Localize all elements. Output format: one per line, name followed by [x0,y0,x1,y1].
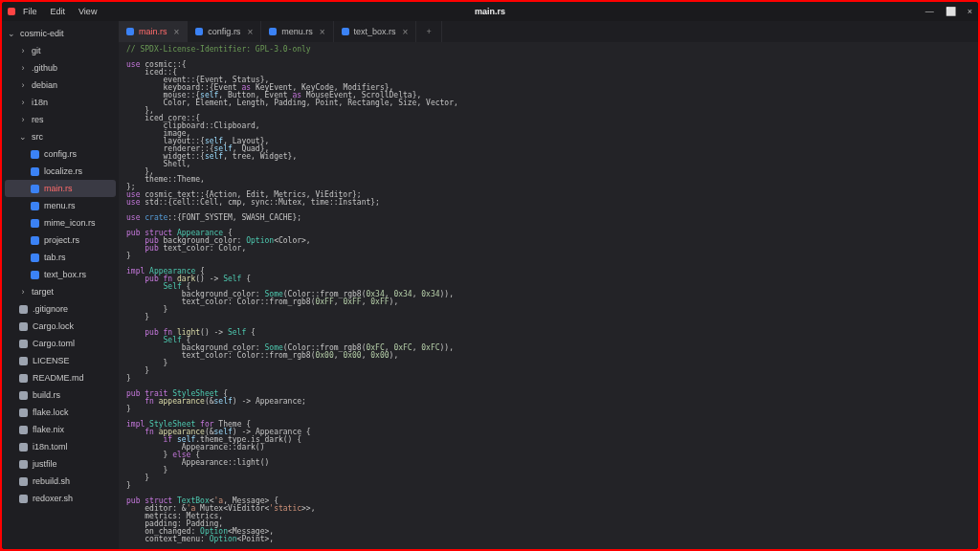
file-icon [19,357,28,365]
tree-item-label: .github [32,63,57,73]
tree-file[interactable]: rebuild.sh [2,473,119,490]
tree-file[interactable]: README.md [2,369,119,386]
tree-item-label: target [32,287,54,297]
file-icon [19,408,28,417]
tree-folder[interactable]: ›res [2,111,119,128]
file-icon [19,460,28,469]
tab-label: main.rs [139,27,167,36]
file-icon [31,202,39,210]
code-editor[interactable]: // SPDX-License-Identifier: GPL-3.0-only… [119,42,978,549]
editor-pane: main.rs×config.rs×menu.rs×text_box.rs×+ … [119,21,978,549]
tree-item-label: i18n.toml [33,442,68,452]
tree-root[interactable]: ⌄ cosmic-edit [2,25,119,42]
file-icon [126,28,134,35]
tree-item-label: LICENSE [33,356,70,365]
editor-tab[interactable]: main.rs× [119,21,188,42]
tree-item-label: text_box.rs [44,270,86,279]
tree-file[interactable]: Cargo.toml [2,335,119,352]
tree-item-label: res [32,115,44,124]
tree-file[interactable]: flake.lock [2,404,119,421]
tree-folder[interactable]: ›.github [2,59,119,77]
chevron-right-icon: › [19,80,27,90]
tree-file[interactable]: Cargo.lock [2,318,119,335]
file-icon [31,271,39,279]
tree-folder[interactable]: ⌄src [2,128,119,145]
tree-item-label: redoxer.sh [33,494,73,503]
tree-folder[interactable]: ›debian [2,77,119,94]
file-tree[interactable]: ⌄ cosmic-edit ›git›.github›debian›i18n›r… [2,21,119,549]
tree-item-label: flake.lock [33,408,69,417]
tree-item-label: .gitignore [33,304,68,314]
tree-file[interactable]: justfile [2,455,119,473]
chevron-right-icon: › [19,46,27,55]
tree-item-label: project.rs [44,235,79,245]
close-button[interactable]: × [968,7,972,16]
chevron-right-icon: › [19,287,27,297]
file-icon [31,219,39,228]
tree-item-label: rebuild.sh [33,476,70,486]
tree-item-label: Cargo.toml [33,339,75,348]
tree-file[interactable]: LICENSE [2,352,119,369]
menu-file[interactable]: File [23,7,37,16]
menu-view[interactable]: View [78,7,97,16]
editor-tab[interactable]: config.rs× [188,21,261,42]
tree-file[interactable]: build.rs [2,386,119,404]
new-tab-button[interactable]: + [416,21,441,42]
tree-item-label: i18n [32,98,48,107]
tree-file[interactable]: i18n.toml [2,438,119,455]
tree-item-label: mime_icon.rs [44,218,96,228]
tree-file[interactable]: text_box.rs [2,266,119,283]
close-tab-icon[interactable]: × [174,27,180,37]
tree-file[interactable]: main.rs [5,180,116,197]
maximize-button[interactable]: ⬜ [946,7,956,16]
tree-folder[interactable]: ›i18n [2,94,119,111]
tree-item-label: src [32,132,43,142]
file-icon [31,167,39,176]
tree-file[interactable]: .gitignore [2,300,119,318]
tree-file[interactable]: config.rs [2,145,119,163]
chevron-right-icon: › [19,98,27,107]
titlebar: File Edit View main.rs — ⬜ × [2,2,978,21]
tree-file[interactable]: redoxer.sh [2,490,119,507]
tree-item-label: build.rs [33,390,60,400]
close-tab-icon[interactable]: × [403,27,409,37]
file-icon [31,150,39,159]
chevron-right-icon: › [19,115,27,124]
editor-tab[interactable]: menu.rs× [261,21,333,42]
tree-root-label: cosmic-edit [20,29,64,38]
tree-item-label: justfile [33,459,57,469]
menu-edit[interactable]: Edit [51,7,66,16]
file-icon [31,185,39,193]
chevron-down-icon: ⌄ [8,29,15,38]
file-icon [342,28,349,35]
close-tab-icon[interactable]: × [247,27,253,37]
window-title: main.rs [475,7,505,16]
tree-file[interactable]: mime_icon.rs [2,214,119,231]
tab-label: text_box.rs [354,27,396,36]
tree-folder[interactable]: ›git [2,42,119,59]
chevron-right-icon: › [19,63,27,73]
tree-folder[interactable]: ›target [2,283,119,300]
menu-bar: File Edit View [23,7,97,16]
tree-file[interactable]: project.rs [2,231,119,249]
tree-item-label: localize.rs [44,166,82,176]
tree-file[interactable]: tab.rs [2,249,119,266]
file-icon [19,426,28,434]
file-icon [19,374,28,383]
file-icon [19,322,28,331]
app-icon [8,8,15,15]
file-icon [19,443,28,452]
tree-file[interactable]: flake.nix [2,421,119,438]
tree-item-label: flake.nix [33,425,64,434]
minimize-button[interactable]: — [925,7,934,16]
file-icon [19,305,28,314]
tree-item-label: menu.rs [44,201,76,210]
editor-tab[interactable]: text_box.rs× [334,21,417,42]
tree-item-label: tab.rs [44,253,66,262]
file-icon [269,28,277,35]
tree-file[interactable]: localize.rs [2,163,119,180]
tab-label: config.rs [208,27,240,36]
close-tab-icon[interactable]: × [320,27,325,37]
editor-tabs: main.rs×config.rs×menu.rs×text_box.rs×+ [119,21,978,42]
tree-file[interactable]: menu.rs [2,197,119,214]
